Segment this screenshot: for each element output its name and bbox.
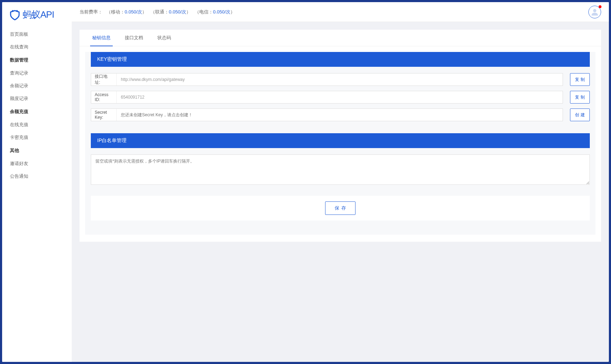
access-id-label: Access ID:: [91, 91, 117, 103]
svg-point-2: [593, 9, 597, 12]
rate-unicom-value: 0.050/次: [169, 9, 186, 14]
sidebar-group-data: 数据管理: [10, 53, 64, 67]
rate-telecom-value: 0.050/次: [213, 9, 230, 14]
access-id-input[interactable]: [117, 91, 563, 103]
tab-api-docs[interactable]: 接口文档: [118, 30, 150, 46]
sidebar-group-other: 其他: [10, 144, 64, 157]
ip-section-header: IP白名单管理: [91, 133, 590, 148]
sidebar-item-announcements[interactable]: 公告通知: [10, 170, 64, 183]
gateway-copy-button[interactable]: 复制: [570, 73, 590, 86]
sidebar-item-card-recharge[interactable]: 卡密充值: [10, 131, 64, 144]
sidebar-item-balance-records[interactable]: 余额记录: [10, 80, 64, 92]
avatar[interactable]: [588, 6, 601, 18]
access-id-row: Access ID: 复制: [91, 91, 590, 104]
svg-point-0: [12, 10, 14, 12]
ip-whitelist-textarea[interactable]: [91, 154, 590, 185]
gateway-label: 接口地址:: [91, 74, 117, 86]
gateway-input[interactable]: [117, 74, 563, 86]
sidebar-item-quota-records[interactable]: 额度记录: [10, 92, 64, 105]
logo[interactable]: 蚂蚁API: [2, 2, 72, 28]
key-form: 接口地址: 复制 Access ID: 复制: [85, 67, 595, 128]
access-id-copy-button[interactable]: 复制: [570, 91, 590, 104]
tab-status-codes[interactable]: 状态码: [150, 30, 178, 46]
ip-form: [85, 148, 595, 187]
notification-dot-icon: [599, 5, 601, 8]
secret-key-input-group: Secret Key:: [91, 108, 563, 121]
sidebar: 蚂蚁API 首页面板 在线查询 数据管理 查询记录 余额记录 额度记录 余额充值…: [2, 2, 72, 362]
gateway-row: 接口地址: 复制: [91, 73, 590, 86]
sidebar-nav: 首页面板 在线查询 数据管理 查询记录 余额记录 额度记录 余额充值 在线充值 …: [2, 28, 72, 183]
secret-key-input[interactable]: [117, 109, 563, 121]
rate-telecom-prefix: （电信：: [195, 9, 213, 14]
rate-mobile-value: 0.050/次: [125, 9, 142, 14]
logo-icon: [9, 9, 20, 20]
top-bar: 当前费率： （移动：0.050/次） （联通：0.050/次） （电信：0.05…: [72, 2, 609, 22]
access-id-input-group: Access ID:: [91, 91, 563, 104]
svg-point-1: [16, 10, 18, 12]
sidebar-item-query-records[interactable]: 查询记录: [10, 67, 64, 80]
content: 秘钥信息 接口文档 状态码 KEY密钥管理 接口地址:: [72, 22, 609, 362]
main: 当前费率： （移动：0.050/次） （联通：0.050/次） （电信：0.05…: [72, 2, 609, 362]
panel: 秘钥信息 接口文档 状态码 KEY密钥管理 接口地址:: [80, 30, 601, 242]
key-section-header: KEY密钥管理: [91, 52, 590, 67]
rate-label: 当前费率：: [80, 9, 102, 14]
sidebar-item-invite[interactable]: 邀请好友: [10, 157, 64, 170]
logo-text: 蚂蚁API: [23, 8, 54, 21]
tabs: 秘钥信息 接口文档 状态码: [80, 30, 601, 46]
tab-secret-info[interactable]: 秘钥信息: [85, 30, 118, 46]
sidebar-item-dashboard[interactable]: 首页面板: [10, 28, 64, 41]
save-button[interactable]: 保存: [325, 201, 356, 215]
save-row: 保存: [91, 196, 590, 221]
sidebar-item-online-recharge[interactable]: 在线充值: [10, 118, 64, 131]
rate-mobile-prefix: （移动：: [106, 9, 125, 14]
user-icon: [591, 8, 599, 16]
rate-unicom-prefix: （联通：: [151, 9, 169, 14]
secret-key-label: Secret Key:: [91, 109, 117, 121]
rate-info: 当前费率： （移动：0.050/次） （联通：0.050/次） （电信：0.05…: [80, 9, 235, 15]
secret-key-create-button[interactable]: 创建: [570, 108, 590, 121]
sidebar-item-online-query[interactable]: 在线查询: [10, 41, 64, 53]
inner-panel: KEY密钥管理 接口地址: 复制 Ac: [85, 52, 595, 235]
sidebar-group-recharge: 余额充值: [10, 105, 64, 118]
secret-key-row: Secret Key: 创建: [91, 108, 590, 121]
gateway-input-group: 接口地址:: [91, 73, 563, 86]
